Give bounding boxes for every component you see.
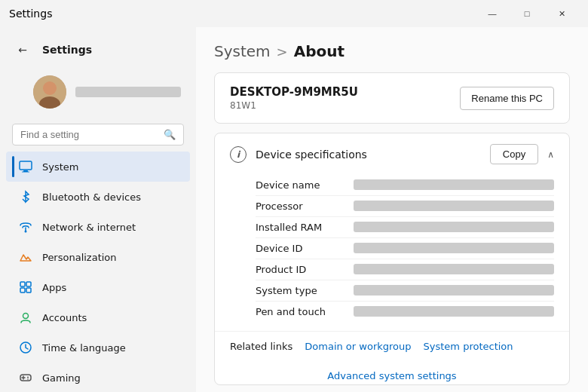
sidebar-item-gaming[interactable]: Gaming — [6, 363, 190, 392]
time-icon — [18, 340, 33, 355]
spec-table: Device name Processor Installed RAM Devi… — [215, 175, 569, 331]
svg-rect-10 — [26, 288, 31, 292]
spec-value-processor — [354, 201, 554, 211]
svg-point-1 — [43, 81, 57, 95]
sidebar-header: ← Settings — [0, 33, 196, 69]
sidebar-item-personalization-label: Personalization — [42, 252, 117, 263]
personalization-icon — [18, 250, 33, 265]
system-protection-link[interactable]: System protection — [424, 341, 513, 352]
sidebar-item-gaming-label: Gaming — [42, 372, 81, 384]
spec-label-system-type: System type — [256, 285, 354, 296]
sidebar-item-time[interactable]: Time & language — [6, 332, 190, 363]
breadcrumb-current: About — [294, 42, 345, 60]
advanced-system-settings-link[interactable]: Advanced system settings — [327, 370, 456, 381]
content-area: ← Settings 🔍 — [0, 27, 588, 392]
sidebar-item-system[interactable]: System — [6, 152, 190, 182]
app-title: Settings — [42, 44, 92, 56]
maximize-button[interactable]: □ — [510, 2, 544, 26]
spec-value-product-id — [354, 264, 554, 274]
svg-rect-5 — [22, 172, 29, 173]
device-specs-copy-button[interactable]: Copy — [490, 144, 538, 164]
gaming-icon — [18, 370, 33, 385]
info-icon: i — [230, 146, 247, 163]
chevron-up-icon: ∧ — [547, 149, 554, 160]
spec-value-system-type — [354, 285, 554, 296]
svg-rect-7 — [20, 282, 25, 286]
main-content: System > About DESKTOP-9M9MR5U 81W1 Rena… — [196, 27, 588, 392]
sidebar-item-system-label: System — [42, 161, 78, 173]
advanced-system-settings[interactable]: Advanced system settings — [215, 364, 569, 384]
search-box[interactable]: 🔍 — [12, 124, 184, 145]
sidebar-item-bluetooth[interactable]: Bluetooth & devices — [6, 182, 190, 212]
settings-window: Settings — □ ✕ ← Settings — [0, 0, 588, 392]
sidebar-item-time-label: Time & language — [42, 342, 126, 354]
table-row: System type — [256, 280, 554, 301]
related-links: Related links Domain or workgroup System… — [215, 331, 569, 364]
search-container: 🔍 — [0, 121, 196, 152]
pc-name: DESKTOP-9M9MR5U — [230, 85, 358, 99]
search-input[interactable] — [20, 129, 158, 140]
domain-workgroup-link[interactable]: Domain or workgroup — [305, 341, 411, 352]
svg-point-11 — [23, 314, 29, 319]
svg-point-6 — [25, 231, 27, 233]
device-specs-card: i Device specifications Copy ∧ Device na… — [214, 133, 570, 385]
svg-rect-9 — [20, 288, 25, 292]
svg-rect-8 — [26, 282, 31, 286]
table-row: Device name — [256, 175, 554, 195]
user-name — [75, 87, 181, 97]
breadcrumb: System > About — [214, 42, 570, 60]
device-specs-header[interactable]: i Device specifications Copy ∧ — [215, 133, 569, 175]
pc-header-card: DESKTOP-9M9MR5U 81W1 Rename this PC — [214, 72, 570, 124]
system-icon — [18, 159, 33, 174]
sidebar-item-accounts[interactable]: Accounts — [6, 302, 190, 332]
svg-point-15 — [27, 378, 29, 380]
sidebar-item-accounts-label: Accounts — [42, 312, 87, 323]
titlebar-title: Settings — [9, 8, 52, 20]
breadcrumb-separator: > — [277, 44, 288, 60]
bluetooth-icon — [18, 189, 33, 204]
back-button[interactable]: ← — [12, 39, 33, 60]
table-row: Device ID — [256, 237, 554, 259]
avatar-image — [33, 75, 66, 109]
titlebar-left: Settings — [9, 8, 52, 20]
pc-info: DESKTOP-9M9MR5U 81W1 — [230, 85, 358, 111]
spec-label-ram: Installed RAM — [256, 222, 354, 233]
table-row: Installed RAM — [256, 216, 554, 237]
device-specs-title: Device specifications — [256, 149, 367, 161]
svg-point-14 — [27, 377, 29, 378]
spec-label-device-id: Device ID — [256, 243, 354, 254]
accounts-icon — [18, 310, 33, 325]
table-row: Pen and touch — [256, 301, 554, 322]
sidebar-item-network-label: Network & internet — [42, 222, 136, 233]
titlebar: Settings — □ ✕ — [0, 0, 588, 27]
spec-value-pen-touch — [354, 306, 554, 317]
network-icon — [18, 219, 33, 234]
section-header-left: i Device specifications — [230, 146, 367, 163]
sidebar-item-apps[interactable]: Apps — [6, 272, 190, 302]
spec-value-device-name — [354, 179, 554, 190]
section-header-right: Copy ∧ — [490, 144, 554, 164]
apps-icon — [18, 280, 33, 295]
sidebar: ← Settings 🔍 — [0, 27, 196, 392]
sidebar-item-apps-label: Apps — [42, 282, 66, 293]
titlebar-controls: — □ ✕ — [475, 2, 579, 26]
breadcrumb-parent: System — [214, 42, 271, 60]
related-links-label: Related links — [230, 341, 292, 352]
minimize-button[interactable]: — — [475, 2, 510, 26]
svg-rect-3 — [20, 161, 32, 170]
table-row: Processor — [256, 195, 554, 216]
spec-label-product-id: Product ID — [256, 264, 354, 275]
spec-value-device-id — [354, 243, 554, 253]
rename-pc-button[interactable]: Rename this PC — [460, 87, 554, 110]
sidebar-user — [0, 69, 196, 121]
pc-id: 81W1 — [230, 100, 358, 111]
table-row: Product ID — [256, 259, 554, 280]
spec-value-ram — [354, 222, 554, 232]
spec-label-device-name: Device name — [256, 179, 354, 191]
spec-label-processor: Processor — [256, 201, 354, 212]
close-button[interactable]: ✕ — [544, 2, 579, 26]
spec-label-pen-touch: Pen and touch — [256, 306, 354, 317]
sidebar-item-network[interactable]: Network & internet — [6, 212, 190, 242]
avatar — [33, 75, 66, 109]
sidebar-item-personalization[interactable]: Personalization — [6, 242, 190, 272]
